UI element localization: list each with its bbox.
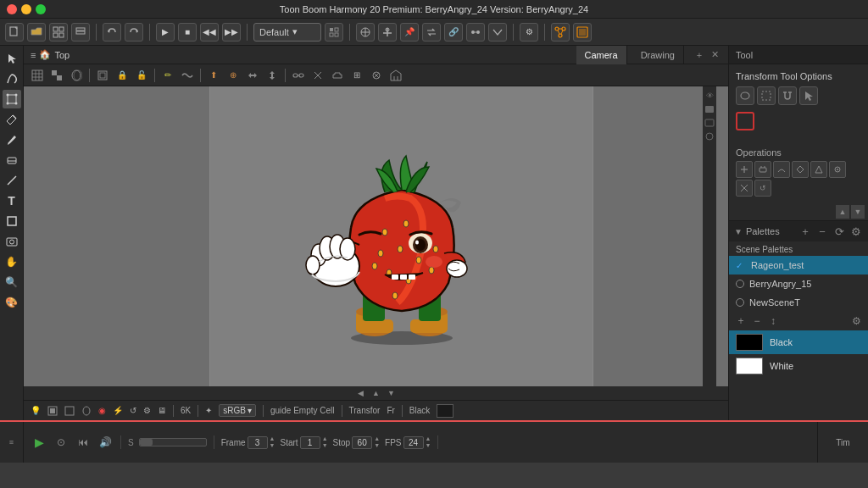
connect-tool2[interactable] <box>309 67 326 84</box>
file-icon[interactable] <box>5 23 24 42</box>
settings-icon[interactable]: ⚙ <box>520 23 538 42</box>
color-space-dropdown[interactable]: sRGB ▾ <box>219 404 256 417</box>
extra-tool2[interactable] <box>264 67 281 84</box>
stop-value[interactable]: 60 <box>352 436 372 449</box>
selection-tool[interactable] <box>757 86 776 105</box>
scroll-left[interactable]: ◀ <box>355 387 367 399</box>
onion-icon-btn[interactable] <box>81 406 92 416</box>
monitor-btn[interactable]: 🖥 <box>158 406 166 415</box>
scroll-up-btn[interactable]: ▲ <box>836 205 849 219</box>
next-frame-icon[interactable]: ▶▶ <box>222 23 241 42</box>
color-pencil[interactable]: ✏ <box>159 67 176 84</box>
color-preview[interactable] <box>437 404 453 418</box>
cursor-tool[interactable] <box>799 86 818 105</box>
frame-value[interactable]: 3 <box>248 436 268 449</box>
fps-value[interactable]: 24 <box>403 436 424 449</box>
wave-tool[interactable] <box>179 67 196 84</box>
settings2-btn[interactable]: ⚙ <box>143 406 151 415</box>
play-icon[interactable]: ▶ <box>156 23 175 42</box>
stop-up[interactable]: ▲ <box>374 435 380 442</box>
text-tool[interactable]: T <box>3 191 21 210</box>
frame-icon-btn[interactable] <box>47 406 58 416</box>
lock-toggle[interactable]: 🔒 <box>114 67 131 84</box>
op8[interactable]: ↺ <box>754 180 771 197</box>
pin-icon[interactable]: 📌 <box>400 23 419 42</box>
paint-tool[interactable] <box>3 110 21 129</box>
swatch-black[interactable]: Black <box>729 330 868 354</box>
transform-tool[interactable] <box>3 90 21 108</box>
palette-item-rageon[interactable]: ✓ Rageon_test <box>729 256 868 274</box>
skin-tool[interactable]: ⊕ <box>225 67 242 84</box>
color-tool[interactable]: 🎨 <box>3 293 21 312</box>
oval-tool[interactable] <box>736 86 754 105</box>
stop-icon[interactable]: ■ <box>178 23 197 42</box>
play-button[interactable]: ▶ <box>31 434 47 451</box>
export-icon[interactable] <box>573 23 592 42</box>
eraser-tool[interactable] <box>3 151 21 169</box>
default-dropdown[interactable]: Default ▾ <box>253 23 321 42</box>
peg-tool[interactable]: ⬆ <box>205 67 222 84</box>
start-up[interactable]: ▲ <box>322 435 328 442</box>
extra-tool4[interactable]: ⊞ <box>348 67 365 84</box>
line-tool[interactable] <box>3 171 21 190</box>
add-color-btn[interactable]: + <box>734 314 748 328</box>
stop-button[interactable]: ⊙ <box>53 434 70 451</box>
palette-options-btn[interactable]: ⟳ <box>832 225 846 238</box>
workspace-icon[interactable] <box>325 23 343 42</box>
grid-toggle[interactable] <box>29 67 46 84</box>
hand-tool[interactable]: ✋ <box>3 252 21 271</box>
extra2-icon[interactable] <box>488 23 507 42</box>
stop-down[interactable]: ▼ <box>374 442 380 449</box>
settings3-btn[interactable]: ✦ <box>205 406 212 415</box>
tab-camera[interactable]: Camera <box>576 46 627 64</box>
op7[interactable] <box>736 180 753 197</box>
select-tool[interactable] <box>3 49 21 68</box>
checkerboard-toggle[interactable] <box>48 67 65 84</box>
remove-palette-btn[interactable]: − <box>815 225 829 238</box>
color-pick-btn[interactable]: ◉ <box>98 406 106 415</box>
connect-icon[interactable] <box>551 23 570 42</box>
extra-tool6[interactable] <box>387 67 404 84</box>
extra-tool1[interactable] <box>244 67 261 84</box>
chain-tool[interactable] <box>290 67 307 84</box>
minimize-button[interactable] <box>21 4 31 14</box>
extra-tool3[interactable] <box>329 67 346 84</box>
eye-icon[interactable]: 👁 <box>704 90 715 102</box>
op4[interactable] <box>792 161 809 178</box>
layers-icon[interactable] <box>71 23 90 42</box>
op2[interactable] <box>754 161 771 178</box>
op1[interactable] <box>736 161 753 178</box>
layer2-icon[interactable] <box>704 117 715 129</box>
frame-scrubber[interactable] <box>139 438 207 446</box>
contour-tool[interactable] <box>3 69 21 88</box>
extra1-icon[interactable] <box>466 23 485 42</box>
frame-down[interactable]: ▼ <box>270 442 275 449</box>
transform-icon[interactable] <box>356 23 375 42</box>
op5[interactable] <box>810 161 827 178</box>
tab-drawing[interactable]: Drawing <box>632 46 684 64</box>
scroll-down-btn[interactable]: ▼ <box>851 205 865 219</box>
unlock-toggle[interactable]: 🔓 <box>133 67 150 84</box>
brush-tool[interactable] <box>3 130 21 149</box>
timeline-collapse-btn[interactable]: ≡ <box>9 438 14 446</box>
palette-item-newscene[interactable]: NewSceneT <box>729 293 868 312</box>
maximize-button[interactable] <box>36 4 46 14</box>
prev-frame-icon[interactable]: ◀◀ <box>200 23 219 42</box>
grid-icon[interactable] <box>49 23 68 42</box>
camera-tool[interactable] <box>3 232 21 251</box>
palette-item-berryangry[interactable]: BerryAngry_15 <box>729 274 868 293</box>
safe-area-toggle[interactable] <box>94 67 111 84</box>
reload-btn[interactable]: ↺ <box>130 406 136 415</box>
rect-tool[interactable] <box>3 212 21 230</box>
close-view-button[interactable]: ✕ <box>708 48 721 62</box>
link-icon[interactable]: 🔗 <box>444 23 463 42</box>
zoom-tool[interactable]: 🔍 <box>3 273 21 291</box>
folder-icon[interactable] <box>27 23 46 42</box>
render-icon-btn[interactable] <box>64 406 75 416</box>
start-value[interactable]: 1 <box>300 436 320 449</box>
remove-color-btn[interactable]: − <box>750 314 764 328</box>
layer1-icon[interactable] <box>704 103 715 115</box>
swatch-white[interactable]: White <box>729 354 868 378</box>
op6[interactable] <box>829 161 846 178</box>
scroll-up[interactable]: ▲ <box>370 387 382 399</box>
